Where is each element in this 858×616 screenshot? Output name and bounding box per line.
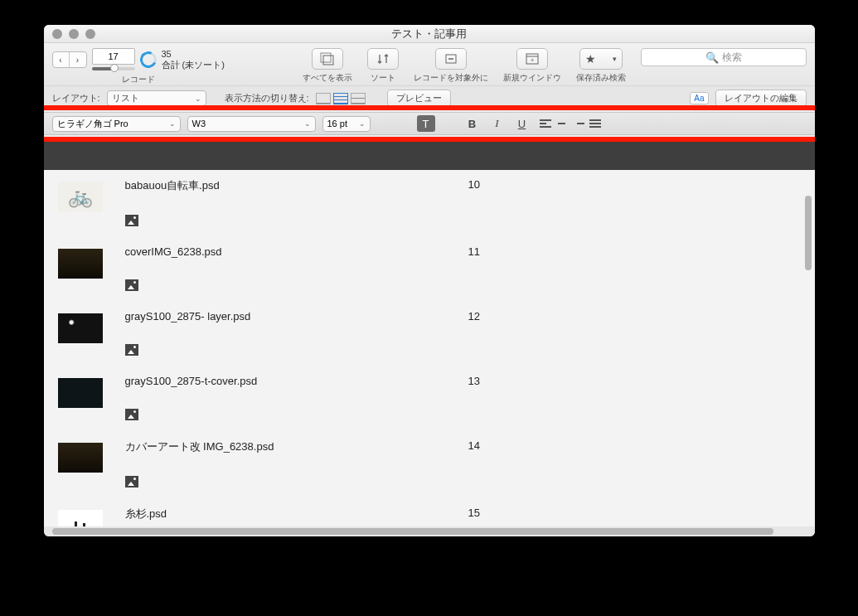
new-window-label: 新規ウインドウ <box>503 72 561 84</box>
thumbnail-icon <box>58 510 103 526</box>
filename-text: 糸杉.psd <box>125 507 448 521</box>
text-color-button[interactable]: T <box>417 115 435 132</box>
underline-button[interactable]: U <box>513 115 531 132</box>
font-family-select[interactable]: ヒラギノ角ゴ Pro ⌄ <box>52 116 181 132</box>
titlebar: テスト・記事用 <box>44 25 815 43</box>
record-navigation-group: ‹ › 17 35 合計 (未ソート) レコード <box>52 48 225 85</box>
font-size-select[interactable]: 16 pt ⌄ <box>322 116 371 132</box>
found-set-pie-icon[interactable] <box>138 49 159 70</box>
record-number: 13 <box>468 375 535 387</box>
next-record-button[interactable]: › <box>70 52 86 67</box>
search-icon: 🔍 <box>705 51 719 64</box>
font-family-value: ヒラギノ角ゴ Pro <box>57 118 128 130</box>
svg-rect-0 <box>321 53 331 62</box>
star-icon: ★ <box>585 52 596 65</box>
record-slider[interactable] <box>92 66 135 71</box>
text-formatting-toggle[interactable]: Aa <box>690 92 708 104</box>
view-table-button[interactable] <box>351 93 366 104</box>
saved-search-label: 保存済み検索 <box>576 72 626 84</box>
align-left-button[interactable] <box>538 117 553 130</box>
scrollbar-thumb[interactable] <box>52 528 773 535</box>
filename-text: coverIMG_6238.psd <box>125 245 448 258</box>
formatting-bar: ヒラギノ角ゴ Pro ⌄ W3 ⌄ 16 pt ⌄ T B I U <box>44 112 815 135</box>
current-record-field[interactable]: 17 <box>92 48 135 65</box>
formatting-bar-highlight: ヒラギノ角ゴ Pro ⌄ W3 ⌄ 16 pt ⌄ T B I U <box>44 109 815 138</box>
search-input[interactable]: 🔍 検索 <box>641 48 807 66</box>
vertical-scrollbar[interactable] <box>805 196 813 517</box>
record-number: 15 <box>468 507 535 519</box>
new-window-button[interactable]: + <box>516 48 548 70</box>
chevron-down-icon: ⌄ <box>304 119 311 128</box>
show-all-button[interactable] <box>312 48 343 70</box>
record-label: レコード <box>122 74 155 85</box>
filename-text: babauou自転車.psd <box>125 178 448 193</box>
list-row[interactable]: grayS100_2875- layer.psd 12 <box>44 302 815 366</box>
svg-text:+: + <box>530 56 534 64</box>
list-row[interactable]: 🚲 babauou自転車.psd 10 <box>44 170 815 237</box>
image-field-icon <box>125 409 138 420</box>
total-count-label: 合計 (未ソート) <box>162 60 225 70</box>
main-toolbar: ‹ › 17 35 合計 (未ソート) レコード <box>44 43 815 85</box>
image-field-icon <box>125 279 138 291</box>
list-row[interactable]: grayS100_2875-t-cover.psd 13 <box>44 366 815 431</box>
align-justify-button[interactable] <box>588 117 603 130</box>
layout-label: レイアウト: <box>52 92 100 104</box>
sort-label: ソート <box>371 72 395 84</box>
record-nav-buttons: ‹ › <box>52 51 87 68</box>
bold-button[interactable]: B <box>463 115 482 132</box>
filename-text: grayS100_2875- layer.psd <box>125 310 448 323</box>
font-weight-select[interactable]: W3 ⌄ <box>187 116 316 132</box>
font-weight-value: W3 <box>192 119 206 129</box>
align-right-button[interactable] <box>571 117 586 130</box>
sort-button[interactable] <box>367 48 399 70</box>
horizontal-scrollbar[interactable] <box>44 526 815 536</box>
chevron-down-icon: ▾ <box>613 55 617 63</box>
chevron-down-icon: ⌄ <box>195 95 201 103</box>
view-switch-label: 表示方法の切り替え: <box>225 92 309 104</box>
alignment-group <box>538 117 603 130</box>
image-field-icon <box>125 476 138 487</box>
preview-button[interactable]: プレビュー <box>387 90 451 107</box>
image-field-icon <box>125 215 138 226</box>
chevron-down-icon: ⌄ <box>169 119 176 128</box>
view-form-button[interactable] <box>316 93 331 104</box>
record-number: 10 <box>468 178 535 191</box>
view-mode-switch <box>316 93 366 104</box>
filename-text: カバーアート改 IMG_6238.psd <box>125 439 448 454</box>
filename-text: grayS100_2875-t-cover.psd <box>125 375 448 387</box>
omit-label: レコードを対象外に <box>414 72 488 84</box>
list-row[interactable]: coverIMG_6238.psd 11 <box>44 237 815 302</box>
chevron-down-icon: ⌄ <box>359 119 366 128</box>
omit-record-button[interactable] <box>435 48 467 70</box>
layout-select[interactable]: リスト ⌄ <box>107 90 206 106</box>
align-center-button[interactable] <box>555 117 570 130</box>
record-number: 14 <box>468 439 535 452</box>
edit-layout-button[interactable]: レイアウトの編集 <box>715 90 807 107</box>
list-header-band <box>44 138 815 170</box>
thumbnail-icon <box>58 378 103 408</box>
record-number: 12 <box>468 310 535 323</box>
list-row[interactable]: 糸杉.psd 15 <box>44 498 815 526</box>
prev-record-button[interactable]: ‹ <box>53 52 70 67</box>
thumbnail-icon <box>58 313 103 343</box>
image-field-icon <box>125 344 138 356</box>
window-title: テスト・記事用 <box>44 27 815 41</box>
thumbnail-icon <box>58 443 103 473</box>
thumbnail-icon: 🚲 <box>58 182 103 211</box>
search-placeholder: 検索 <box>722 51 742 65</box>
layout-select-value: リスト <box>112 92 139 104</box>
layout-bar: レイアウト: リスト ⌄ 表示方法の切り替え: プレビュー Aa レイアウトの編… <box>44 85 815 109</box>
scrollbar-thumb[interactable] <box>805 196 812 270</box>
record-number: 11 <box>468 245 535 258</box>
italic-button[interactable]: I <box>488 115 507 132</box>
font-size-value: 16 pt <box>327 119 347 129</box>
thumbnail-icon <box>58 249 103 279</box>
list-row[interactable]: カバーアート改 IMG_6238.psd 14 <box>44 431 815 498</box>
saved-search-button[interactable]: ★ ▾ <box>579 48 623 70</box>
app-window: テスト・記事用 ‹ › 17 35 合計 (未ソート) <box>44 25 815 536</box>
show-all-label: すべてを表示 <box>303 72 352 84</box>
total-count-value: 35 <box>162 49 225 60</box>
svg-rect-1 <box>323 56 333 65</box>
view-list-button[interactable] <box>333 93 348 104</box>
record-list[interactable]: 🚲 babauou自転車.psd 10 coverIMG_6238.psd 11… <box>44 170 815 526</box>
